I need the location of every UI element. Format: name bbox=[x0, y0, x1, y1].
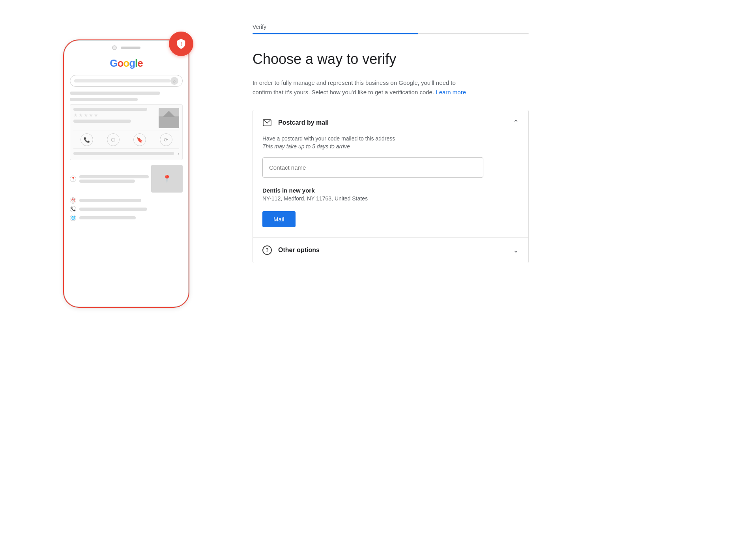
verify-section: Verify Choose a way to verify In order t… bbox=[253, 24, 529, 263]
map-placeholder: 📍 bbox=[151, 165, 183, 193]
listing-text: ★ ★ ★ ★ ★ bbox=[73, 108, 155, 123]
postcard-note: This may take up to 5 days to arrive bbox=[262, 143, 519, 150]
pin-icon-small: 📍 bbox=[70, 176, 76, 182]
other-options-section: ? Other options ⌄ bbox=[253, 238, 529, 263]
chevron-up-icon: ⌃ bbox=[513, 118, 519, 127]
phone-row: 📞 bbox=[70, 206, 183, 212]
page-title: Choose a way to verify bbox=[253, 50, 529, 69]
hours-row: ⏰ bbox=[70, 197, 183, 204]
postcard-option-title: Postcard by mail bbox=[278, 119, 329, 126]
action-icons-row: 📞 ⬡ 🔖 ⟳ bbox=[73, 131, 179, 149]
save-icon-circle: 🔖 bbox=[133, 133, 146, 146]
svg-text:!: ! bbox=[180, 41, 182, 47]
gray-line-2 bbox=[70, 98, 138, 101]
progress-section: Verify bbox=[253, 24, 529, 34]
google-logo: Google bbox=[70, 56, 183, 72]
map-line-1 bbox=[79, 175, 149, 178]
question-circle-icon: ? bbox=[262, 245, 272, 255]
phone-icon-small: 📞 bbox=[70, 206, 76, 212]
phone-search-bar: ⌕ bbox=[70, 75, 183, 87]
website-row: 🌐 bbox=[70, 215, 183, 221]
listing-sub-line bbox=[73, 120, 131, 123]
hours-line bbox=[79, 199, 141, 202]
other-options-header[interactable]: ? Other options ⌄ bbox=[253, 238, 528, 263]
map-line-2 bbox=[79, 180, 135, 183]
website-line bbox=[79, 216, 136, 219]
envelope-icon bbox=[262, 118, 272, 127]
description-before-link: In order to fully manage and represent t… bbox=[253, 79, 456, 95]
store-icon bbox=[159, 108, 179, 128]
more-icon-circle: ⟳ bbox=[160, 133, 172, 146]
learn-more-link[interactable]: Learn more bbox=[436, 89, 466, 95]
phone-camera bbox=[112, 45, 117, 50]
business-address: NY-112, Medford, NY 11763, United States bbox=[262, 195, 519, 202]
phone-body: Google ⌕ bbox=[63, 39, 189, 308]
listing-card: ★ ★ ★ ★ ★ bbox=[70, 104, 183, 160]
listing-header: ★ ★ ★ ★ ★ bbox=[73, 108, 179, 128]
other-options-left: ? Other options bbox=[262, 245, 320, 255]
nav-icon-circle: ⬡ bbox=[107, 133, 120, 146]
call-icon-circle: 📞 bbox=[80, 133, 93, 146]
contact-name-input[interactable] bbox=[262, 157, 483, 178]
listing-expand-row: › bbox=[73, 150, 179, 157]
postcard-option-body: Have a postcard with your code mailed to… bbox=[253, 135, 528, 237]
mail-button[interactable]: Mail bbox=[262, 211, 296, 227]
progress-bar-fill bbox=[253, 33, 418, 34]
other-options-title: Other options bbox=[278, 247, 320, 254]
expand-line bbox=[73, 152, 174, 155]
chevron-down-icon: ⌄ bbox=[513, 246, 519, 255]
phone-mockup-section: Google ⌕ bbox=[32, 24, 221, 308]
phone-line bbox=[79, 208, 147, 211]
business-name: Dentis in new york bbox=[262, 187, 519, 194]
options-wrapper: Postcard by mail ⌃ Have a postcard with … bbox=[253, 110, 529, 263]
map-pin-icon: 📍 bbox=[163, 174, 171, 183]
listing-name-line bbox=[73, 108, 147, 111]
shield-icon: ! bbox=[175, 38, 187, 50]
globe-icon-small: 🌐 bbox=[70, 215, 76, 221]
map-section: 📍 📍 bbox=[70, 165, 183, 193]
phone-search-icon: ⌕ bbox=[170, 77, 178, 85]
gray-line-1 bbox=[70, 92, 160, 95]
postcard-section: Postcard by mail ⌃ Have a postcard with … bbox=[253, 110, 529, 237]
chevron-right-icon: › bbox=[177, 150, 179, 157]
postcard-option-header[interactable]: Postcard by mail ⌃ bbox=[253, 110, 528, 135]
postcard-header-left: Postcard by mail bbox=[262, 118, 329, 127]
map-address-row: 📍 bbox=[70, 175, 149, 183]
map-text: 📍 bbox=[70, 165, 149, 193]
description-text: In order to fully manage and represent t… bbox=[253, 78, 473, 97]
stars-row: ★ ★ ★ ★ ★ bbox=[73, 112, 155, 118]
progress-label: Verify bbox=[253, 24, 529, 30]
postcard-description: Have a postcard with your code mailed to… bbox=[262, 135, 519, 142]
clock-icon-small: ⏰ bbox=[70, 197, 76, 204]
business-address-section: Dentis in new york NY-112, Medford, NY 1… bbox=[262, 187, 519, 202]
info-rows: ⏰ 📞 🌐 bbox=[70, 197, 183, 221]
security-badge: ! bbox=[169, 32, 193, 56]
search-line bbox=[74, 79, 170, 82]
phone-wrapper: Google ⌕ bbox=[59, 32, 193, 308]
phone-screen: Google ⌕ bbox=[64, 52, 188, 224]
progress-bar-container bbox=[253, 33, 529, 34]
phone-speaker bbox=[121, 47, 140, 49]
